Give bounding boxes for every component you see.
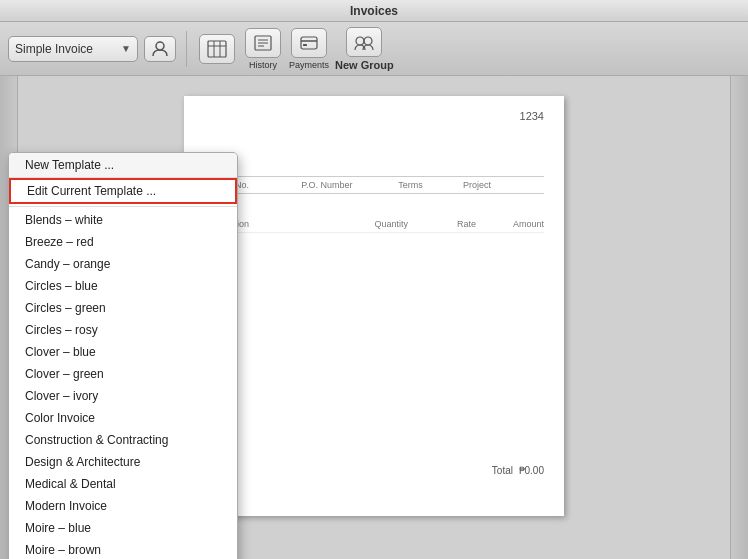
amount-label: Amount: [476, 219, 544, 229]
dropdown-menu: New Template ... Edit Current Template .…: [8, 152, 238, 559]
dropdown-item-candy-orange[interactable]: Candy – orange: [9, 253, 237, 275]
dropdown-item-moire-brown[interactable]: Moire – brown: [9, 539, 237, 559]
invoice-total: Total ₱0.00: [492, 465, 544, 476]
dropdown-item-blends-white[interactable]: Blends – white: [9, 209, 237, 231]
new-template-item[interactable]: New Template ...: [9, 153, 237, 178]
toolbar-table-btn[interactable]: [197, 34, 237, 64]
toolbar-history-btn[interactable]: History: [243, 28, 283, 70]
dropdown-divider-1: [9, 206, 237, 207]
document-page: 1234 Invoice No. P.O. Number Terms Proje…: [184, 96, 564, 516]
dropdown-item-breeze-red[interactable]: Breeze – red: [9, 231, 237, 253]
svg-point-13: [364, 37, 372, 45]
template-selector[interactable]: Simple Invoice ▼: [8, 36, 138, 62]
dropdown-item-circles-blue[interactable]: Circles – blue: [9, 275, 237, 297]
dropdown-item-medical-dental[interactable]: Medical & Dental: [9, 473, 237, 495]
invoice-table-header: Invoice No. P.O. Number Terms Project: [204, 176, 544, 194]
template-selector-label: Simple Invoice: [15, 42, 117, 56]
toolbar-new-group-btn[interactable]: New Group: [335, 27, 394, 71]
qty-label: Quantity: [340, 219, 408, 229]
svg-point-12: [356, 37, 364, 45]
table-icon-box: [199, 34, 235, 64]
dropdown-item-modern-invoice[interactable]: Modern Invoice: [9, 495, 237, 517]
template-selector-arrow: ▼: [121, 43, 131, 54]
toolbar: Simple Invoice ▼ Histor: [0, 22, 748, 76]
invoice-desc-section: Description Quantity Rate Amount: [204, 216, 544, 233]
rate-label: Rate: [408, 219, 476, 229]
main-content: 1234 Invoice No. P.O. Number Terms Proje…: [0, 76, 748, 559]
total-value: ₱0.00: [519, 465, 544, 476]
dropdown-item-design-architecture[interactable]: Design & Architecture: [9, 451, 237, 473]
history-icon-box: [245, 28, 281, 58]
dropdown-item-construction[interactable]: Construction & Contracting: [9, 429, 237, 451]
dropdown-item-clover-blue[interactable]: Clover – blue: [9, 341, 237, 363]
edit-current-template-item[interactable]: Edit Current Template ...: [9, 178, 237, 204]
invoice-number: 1234: [520, 110, 544, 122]
svg-rect-1: [208, 41, 226, 57]
svg-point-0: [156, 42, 164, 50]
person-button[interactable]: [144, 36, 176, 62]
dropdown-item-circles-green[interactable]: Circles – green: [9, 297, 237, 319]
window-title: Invoices: [350, 4, 398, 18]
svg-rect-9: [301, 37, 317, 49]
dropdown-item-clover-ivory[interactable]: Clover – ivory: [9, 385, 237, 407]
new-group-icon-box: [346, 27, 382, 57]
terms-col: Terms: [398, 180, 463, 190]
history-label: History: [249, 60, 277, 70]
total-label: Total: [492, 465, 513, 476]
dropdown-item-moire-blue[interactable]: Moire – blue: [9, 517, 237, 539]
title-bar: Invoices: [0, 0, 748, 22]
payments-label: Payments: [289, 60, 329, 70]
toolbar-payments-btn[interactable]: Payments: [289, 28, 329, 70]
payments-icon-box: [291, 28, 327, 58]
new-group-label: New Group: [335, 59, 394, 71]
project-col: Project: [463, 180, 544, 190]
dropdown-item-clover-green[interactable]: Clover – green: [9, 363, 237, 385]
svg-rect-11: [303, 44, 307, 46]
toolbar-separator-1: [186, 31, 187, 67]
po-number-col: P.O. Number: [301, 180, 398, 190]
sidebar-right: [730, 76, 748, 559]
dropdown-item-color-invoice[interactable]: Color Invoice: [9, 407, 237, 429]
dropdown-item-circles-rosy[interactable]: Circles – rosy: [9, 319, 237, 341]
